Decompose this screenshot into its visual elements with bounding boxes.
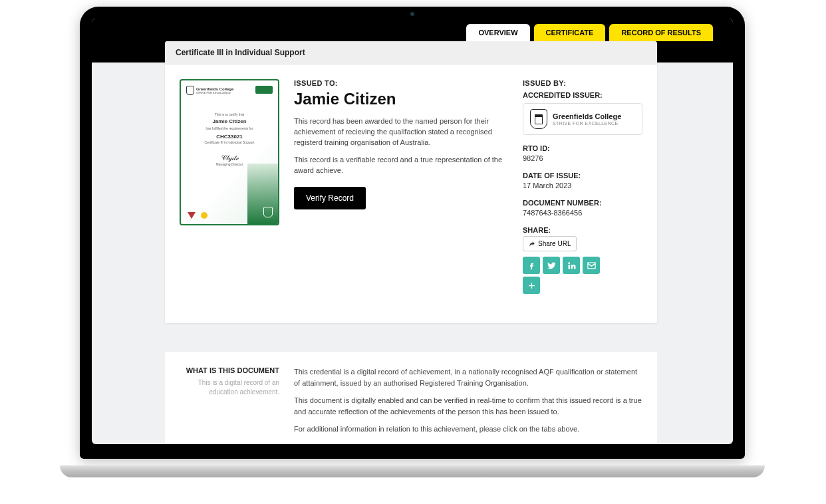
footer-paragraph-3: For additional information in relation t… — [294, 424, 642, 435]
cert-code-title: Certificate III in Individual Support — [186, 140, 273, 144]
share-twitter-button[interactable] — [543, 257, 560, 274]
qualifications-icon — [201, 212, 207, 219]
issuer-tagline: STRIVE FOR EXCELLENCE — [553, 121, 621, 126]
certificate-thumbnail: Greenfields College STRIVE FOR EXCELLENC… — [180, 79, 279, 225]
certificate-preview[interactable]: Greenfields College STRIVE FOR EXCELLENC… — [180, 79, 279, 303]
verify-record-button[interactable]: Verify Record — [294, 187, 366, 209]
cert-pretext: This is to certify that — [186, 112, 273, 116]
share-url-button[interactable]: Share URL — [523, 236, 577, 251]
content-area: Greenfields College STRIVE FOR EXCELLENC… — [165, 64, 657, 323]
cert-preview-issuer: Greenfields College — [196, 87, 233, 91]
share-email-button[interactable] — [583, 257, 600, 274]
document-card: Certificate III in Individual Support Gr… — [165, 41, 657, 323]
share-label: SHARE: — [523, 226, 642, 234]
linkedin-icon — [567, 261, 577, 271]
tab-record-of-results[interactable]: RECORD OF RESULTS — [609, 24, 713, 41]
tab-certificate[interactable]: CERTIFICATE — [534, 24, 606, 41]
cert-recipient-name: Jamie Citizen — [186, 118, 273, 124]
share-facebook-button[interactable] — [523, 257, 540, 274]
shield-icon — [186, 86, 194, 95]
section-gap — [165, 338, 657, 351]
issuer-card[interactable]: Greenfields College STRIVE FOR EXCELLENC… — [523, 103, 642, 135]
share-arrow-icon — [529, 241, 535, 247]
footer-paragraph-2: This document is digitally enabled and c… — [294, 395, 642, 417]
issuer-name: Greenfields College — [553, 112, 621, 121]
badge-icon — [255, 86, 273, 94]
tab-overview[interactable]: OVERVIEW — [466, 24, 529, 41]
cert-preview-tagline: STRIVE FOR EXCELLENCE — [196, 91, 233, 94]
share-more-button[interactable] — [523, 277, 540, 294]
social-buttons — [523, 257, 603, 294]
issued-to-paragraph-2: This record is a verifiable record and a… — [294, 155, 508, 176]
tab-bar: OVERVIEW CERTIFICATE RECORD OF RESULTS — [466, 24, 713, 41]
rto-id-label: RTO ID: — [523, 144, 642, 152]
triangle-icon — [188, 212, 196, 219]
cert-precode: has fulfilled the requirements for — [186, 126, 273, 130]
twitter-icon — [547, 261, 557, 271]
laptop-frame: OVERVIEW CERTIFICATE RECORD OF RESULTS C… — [80, 7, 745, 459]
what-is-this-section: WHAT IS THIS DOCUMENT This is a digital … — [165, 351, 657, 444]
email-icon — [587, 261, 597, 271]
signature-icon: 𝒞𝓁𝓎𝒹ℯ — [186, 154, 273, 162]
footer-heading: WHAT IS THIS DOCUMENT — [180, 366, 279, 374]
issued-by-label: ISSUED BY: — [523, 79, 642, 87]
document-number-value: 7487643-8366456 — [523, 209, 642, 217]
issued-to-section: ISSUED TO: Jamie Citizen This record has… — [294, 79, 508, 303]
issued-to-paragraph-1: This record has been awarded to the name… — [294, 116, 508, 148]
date-of-issue-value: 17 March 2023 — [523, 182, 642, 189]
document-title: Certificate III in Individual Support — [165, 41, 657, 64]
share-linkedin-button[interactable] — [563, 257, 580, 274]
accredited-issuer-label: ACCREDITED ISSUER: — [523, 91, 642, 99]
cert-code: CHC33021 — [186, 134, 273, 140]
laptop-camera-icon — [410, 12, 414, 16]
date-of-issue-label: DATE OF ISSUE: — [523, 172, 642, 180]
screen: OVERVIEW CERTIFICATE RECORD OF RESULTS C… — [92, 19, 733, 444]
recipient-name: Jamie Citizen — [294, 90, 508, 108]
footer-paragraph-1: This credential is a digital record of a… — [294, 366, 642, 388]
issuer-shield-icon — [530, 109, 547, 129]
issued-by-section: ISSUED BY: ACCREDITED ISSUER: Greenfield… — [523, 79, 642, 303]
document-number-label: DOCUMENT NUMBER: — [523, 199, 642, 207]
rto-id-value: 98276 — [523, 154, 642, 162]
laptop-base — [60, 465, 765, 477]
issued-to-label: ISSUED TO: — [294, 79, 508, 87]
footer-subheading: This is a digital record of an education… — [180, 378, 279, 397]
share-url-label: Share URL — [538, 240, 571, 247]
facebook-icon — [527, 261, 537, 271]
plus-icon — [527, 281, 537, 291]
shield-outline-icon — [263, 207, 273, 217]
decor-panel — [247, 164, 278, 224]
